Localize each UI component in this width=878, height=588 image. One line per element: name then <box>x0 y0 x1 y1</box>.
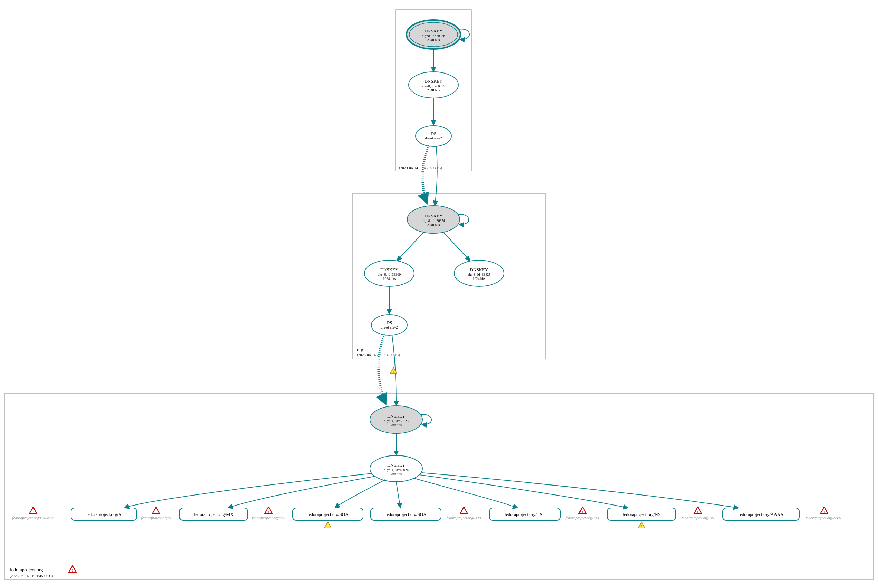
svg-text:1024 bits: 1024 bits <box>473 277 486 280</box>
svg-text:DS: DS <box>431 131 437 136</box>
edge <box>422 473 738 508</box>
svg-text:DNSKEY: DNSKEY <box>425 79 443 84</box>
svg-text:fedoraproject.org/AAAA: fedoraproject.org/AAAA <box>806 516 842 520</box>
edge <box>414 478 518 508</box>
error-icon: ! <box>29 507 37 514</box>
zone-fedora: fedoraproject.org ! (2023-06-14 21:01:45… <box>5 393 873 580</box>
rrset-soa-2: fedoraproject.org/SOA <box>371 508 441 520</box>
svg-text:fedoraproject.org/NS: fedoraproject.org/NS <box>623 512 660 517</box>
edge <box>124 473 372 508</box>
svg-text:!: ! <box>463 510 464 514</box>
rrset-a: fedoraproject.org/A <box>71 508 137 520</box>
node-org-zsk2: DNSKEY alg=8, id=33825 1024 bits <box>454 260 504 286</box>
svg-text:fedoraproject.org/DNSKEY: fedoraproject.org/DNSKEY <box>12 516 54 520</box>
rrset-mx: fedoraproject.org/MX <box>180 508 248 520</box>
svg-text:alg=8, id=33825: alg=8, id=33825 <box>468 273 491 276</box>
svg-text:digest alg=2: digest alg=2 <box>381 326 398 329</box>
warning-icon: ! <box>324 522 331 528</box>
error-icon: ! <box>579 507 586 514</box>
svg-text:!: ! <box>72 568 73 573</box>
edge <box>420 475 628 508</box>
node-org-ds: DS digest alg=2 <box>371 315 407 335</box>
svg-text:alg=14, id=60624: alg=14, id=60624 <box>384 468 408 472</box>
zone-root-label: . <box>399 160 400 165</box>
svg-text:!: ! <box>824 510 824 514</box>
svg-text:DS: DS <box>387 320 392 325</box>
svg-text:fedoraproject.org/MX: fedoraproject.org/MX <box>194 512 234 517</box>
svg-text:fedoraproject.org/NS: fedoraproject.org/NS <box>682 516 714 520</box>
gray-aaaa: ! fedoraproject.org/AAAA <box>806 507 842 520</box>
svg-text:fedoraproject.org/SOA: fedoraproject.org/SOA <box>385 512 426 517</box>
svg-text:1024 bits: 1024 bits <box>383 277 396 280</box>
svg-text:fedoraproject.org/TXT: fedoraproject.org/TXT <box>565 516 600 520</box>
error-icon: ! <box>460 507 468 514</box>
zone-org-label: org <box>357 347 363 352</box>
svg-text:!: ! <box>641 524 642 528</box>
svg-text:2048 bits: 2048 bits <box>427 38 440 42</box>
edge <box>335 480 385 508</box>
error-icon: ! <box>69 566 76 573</box>
svg-text:fedoraproject.org/SOA: fedoraproject.org/SOA <box>447 516 482 520</box>
svg-text:768 bits: 768 bits <box>391 472 402 476</box>
svg-text:2048 bits: 2048 bits <box>427 88 440 92</box>
node-root-ksk: DNSKEY alg=8, id=20326 2048 bits <box>407 20 469 49</box>
svg-point-26 <box>371 315 407 335</box>
edge <box>397 232 424 261</box>
svg-text:alg=8, id=20326: alg=8, id=20326 <box>422 34 445 38</box>
svg-text:alg=8, id=26974: alg=8, id=26974 <box>422 219 445 223</box>
rrset-soa-1: fedoraproject.org/SOA ! <box>293 508 363 528</box>
error-icon: ! <box>820 507 828 514</box>
svg-text:alg=8, id=33369: alg=8, id=33369 <box>378 273 401 276</box>
svg-text:alg=14, id=58125: alg=14, id=58125 <box>384 419 408 423</box>
svg-text:DNSKEY: DNSKEY <box>380 267 399 272</box>
node-org-zsk1: DNSKEY alg=8, id=33369 1024 bits <box>365 260 414 286</box>
error-icon: ! <box>694 507 702 514</box>
gray-a: ! fedoraproject.org/A <box>141 507 171 520</box>
node-fedora-ksk: DNSKEY alg=14, id=58125 768 bits <box>370 406 431 434</box>
svg-text:fedoraproject.org/SOA: fedoraproject.org/SOA <box>307 512 348 517</box>
svg-text:!: ! <box>697 510 698 514</box>
svg-text:768 bits: 768 bits <box>391 423 402 427</box>
gray-soa: ! fedoraproject.org/SOA <box>447 507 482 520</box>
svg-text:!: ! <box>155 510 156 514</box>
rrset-aaaa: fedoraproject.org/AAAA <box>723 508 799 520</box>
edge-dashed <box>422 146 429 204</box>
svg-text:!: ! <box>327 524 328 528</box>
svg-point-10 <box>416 126 452 146</box>
edge <box>443 232 470 261</box>
svg-text:DNSKEY: DNSKEY <box>387 462 405 468</box>
svg-text:fedoraproject.org/A: fedoraproject.org/A <box>141 516 171 520</box>
svg-text:!: ! <box>393 370 394 374</box>
svg-text:DNSKEY: DNSKEY <box>387 413 405 418</box>
svg-text:DNSKEY: DNSKEY <box>425 213 443 218</box>
gray-txt: ! fedoraproject.org/TXT <box>565 507 600 520</box>
svg-text:!: ! <box>582 510 583 514</box>
node-root-zsk: DNSKEY alg=8, id=60955 2048 bits <box>409 72 458 98</box>
gray-mx: ! fedoraproject.org/MX <box>252 507 285 520</box>
zone-fedora-time: (2023-06-14 21:01:45 UTC) <box>10 573 53 578</box>
gray-dnskey: ! fedoraproject.org/DNSKEY <box>12 507 54 520</box>
warning-icon: ! <box>638 522 645 528</box>
svg-text:DNSKEY: DNSKEY <box>425 28 443 33</box>
rrset-txt: fedoraproject.org/TXT <box>489 508 560 520</box>
zone-root-time: (2023-06-14 10:48:59 UTC) <box>399 166 443 170</box>
svg-text:!: ! <box>268 510 269 514</box>
svg-text:!: ! <box>32 510 33 514</box>
svg-text:DNSKEY: DNSKEY <box>470 267 488 272</box>
gray-ns: ! fedoraproject.org/NS <box>682 507 714 520</box>
svg-text:fedoraproject.org/AAAA: fedoraproject.org/AAAA <box>738 512 784 517</box>
svg-rect-31 <box>5 393 873 580</box>
svg-text:fedoraproject.org/A: fedoraproject.org/A <box>86 512 122 517</box>
error-icon: ! <box>265 507 272 514</box>
node-org-ksk: DNSKEY alg=8, id=26974 2048 bits <box>407 206 469 233</box>
node-fedora-zsk: DNSKEY alg=14, id=60624 768 bits <box>370 456 422 482</box>
edge <box>396 482 400 508</box>
edge <box>435 146 437 206</box>
node-root-ds: DS digest alg=2 <box>416 126 452 146</box>
dnssec-graph: . (2023-06-14 10:48:59 UTC) DNSKEY alg=8… <box>0 0 878 588</box>
svg-text:fedoraproject.org/MX: fedoraproject.org/MX <box>252 516 285 520</box>
svg-text:fedoraproject.org/TXT: fedoraproject.org/TXT <box>504 512 546 517</box>
zone-fedora-label: fedoraproject.org <box>10 567 43 573</box>
warning-icon: ! <box>390 368 397 374</box>
svg-text:alg=8, id=60955: alg=8, id=60955 <box>422 84 445 88</box>
